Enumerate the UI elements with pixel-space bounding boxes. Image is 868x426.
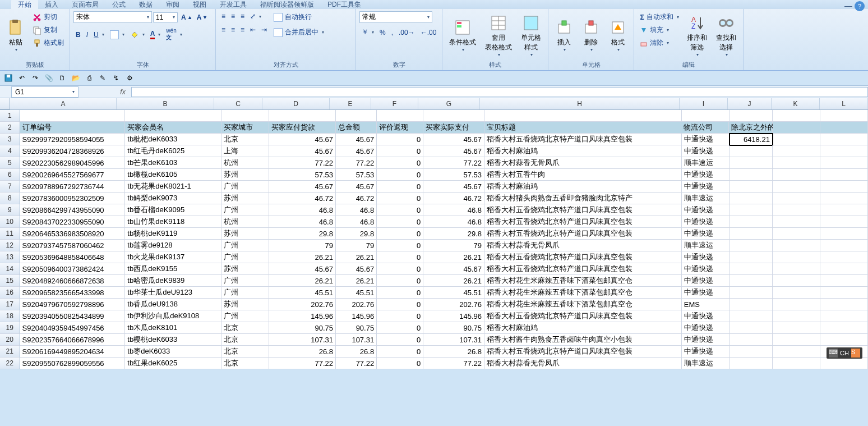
- cell[interactable]: [730, 334, 773, 346]
- cell[interactable]: 稻香大村五香烧鸡北京特产道口风味真空包装: [484, 204, 682, 216]
- cell[interactable]: 57.53: [269, 169, 336, 181]
- cell[interactable]: S9209658235665433998: [20, 287, 126, 299]
- cell[interactable]: [730, 169, 773, 181]
- cell[interactable]: [269, 110, 336, 122]
- cell[interactable]: [773, 299, 820, 310]
- ribbon-minimize-icon[interactable]: —: [844, 1, 852, 10]
- cell[interactable]: 上海: [221, 145, 269, 157]
- cell[interactable]: 0: [377, 251, 423, 263]
- cell[interactable]: [773, 193, 820, 204]
- row-header-4[interactable]: 4: [0, 145, 20, 157]
- cell[interactable]: 45.51: [269, 287, 336, 299]
- cell[interactable]: 26.8: [269, 346, 336, 358]
- cell[interactable]: 0: [377, 228, 423, 240]
- cell[interactable]: 稻香大村酱牛肉熟食五香卤味牛肉真空小包装: [484, 334, 682, 346]
- cell[interactable]: 买家城市: [221, 122, 269, 134]
- cell[interactable]: 北京: [221, 346, 269, 358]
- cell[interactable]: 中通快递: [682, 145, 730, 157]
- cell[interactable]: 中通快递: [682, 228, 730, 240]
- cell[interactable]: S9209550762899059556: [20, 358, 126, 369]
- cell[interactable]: 稻香大村五香烧鸡北京特产道口风味真空包装: [484, 251, 682, 263]
- qat-btn-1[interactable]: ⎙: [84, 73, 94, 83]
- row-header-21[interactable]: 21: [0, 346, 20, 358]
- cell[interactable]: 46.8: [423, 204, 484, 216]
- cell[interactable]: 广州: [221, 310, 269, 322]
- row-header-9[interactable]: 9: [0, 204, 20, 216]
- cell[interactable]: 评价返现: [377, 122, 423, 134]
- cell[interactable]: S9206465336983508920: [20, 228, 126, 240]
- cell[interactable]: 26.21: [423, 275, 484, 287]
- cell[interactable]: 77.22: [269, 358, 336, 369]
- cell[interactable]: S9204892460666872638: [20, 275, 126, 287]
- row-header-11[interactable]: 11: [0, 228, 20, 240]
- cell[interactable]: [820, 169, 868, 181]
- name-box[interactable]: G1▾: [11, 86, 79, 98]
- cell[interactable]: [820, 157, 868, 169]
- cell[interactable]: 57.53: [423, 169, 484, 181]
- cell[interactable]: tb红毛丹deK6025: [125, 145, 221, 157]
- cell[interactable]: 广州: [221, 275, 269, 287]
- cell[interactable]: 90.75: [336, 322, 377, 334]
- cell[interactable]: S9205096400373862424: [20, 263, 126, 275]
- cell[interactable]: S9206169449895204634: [20, 346, 126, 358]
- cell[interactable]: 稻香大村蒜香无骨凤爪: [484, 157, 682, 169]
- new-button[interactable]: 🗋: [57, 73, 67, 83]
- cell[interactable]: 77.22: [269, 157, 336, 169]
- align-middle-button[interactable]: ≡: [229, 11, 237, 21]
- cell[interactable]: tb芒果deK6103: [125, 157, 221, 169]
- cell[interactable]: 29.8: [269, 228, 336, 240]
- row-header-16[interactable]: 16: [0, 287, 20, 299]
- cell[interactable]: 45.67: [336, 181, 377, 193]
- cell[interactable]: 除北京之外的地区销售额: [729, 122, 773, 134]
- cell[interactable]: 79: [269, 240, 336, 251]
- cell[interactable]: tb华莱士瓜deU9123: [125, 287, 221, 299]
- cell[interactable]: 45.67: [269, 145, 336, 157]
- cell[interactable]: [377, 110, 423, 122]
- cell[interactable]: S9203940550825434899: [20, 310, 126, 322]
- phonetic-button[interactable]: wén文▾: [164, 26, 184, 43]
- cell[interactable]: [773, 169, 820, 181]
- cell[interactable]: 0: [377, 275, 423, 287]
- font-shrink-button[interactable]: A▾: [195, 12, 209, 22]
- cell[interactable]: 稻香大村五香烧鸡北京特产道口风味真空包装: [484, 263, 682, 275]
- cell[interactable]: tb木瓜deK8101: [125, 322, 221, 334]
- cell[interactable]: [773, 322, 820, 334]
- cell[interactable]: 45.51: [336, 287, 377, 299]
- cell[interactable]: tb伊利沙白瓜deK9108: [125, 310, 221, 322]
- cell[interactable]: 稻香大村五香烧鸡北京特产道口风味真空包装: [484, 216, 682, 228]
- cell[interactable]: [730, 228, 773, 240]
- save-button[interactable]: [3, 73, 13, 83]
- help-icon[interactable]: ?: [855, 1, 865, 11]
- cell[interactable]: [730, 145, 773, 157]
- cell[interactable]: S9200269645527569677: [20, 169, 126, 181]
- cell[interactable]: 46.8: [269, 204, 336, 216]
- attach-button[interactable]: 📎: [44, 73, 54, 83]
- formula-input[interactable]: [131, 87, 868, 97]
- cell[interactable]: [730, 322, 773, 334]
- cell[interactable]: [730, 299, 773, 310]
- italic-button[interactable]: I: [84, 30, 90, 40]
- cell[interactable]: 中通快递: [682, 134, 730, 145]
- cell[interactable]: 145.96: [336, 310, 377, 322]
- cell[interactable]: 中通快递: [682, 322, 730, 334]
- cell[interactable]: [773, 228, 820, 240]
- cell[interactable]: tb杨桃deK9119: [125, 228, 221, 240]
- cell[interactable]: 26.8: [336, 346, 377, 358]
- cell[interactable]: 46.72: [336, 193, 377, 204]
- row-header-3[interactable]: 3: [0, 134, 20, 145]
- cell[interactable]: 苏州: [221, 193, 269, 204]
- cell[interactable]: 顺丰速运: [682, 157, 730, 169]
- cell[interactable]: S9299972920958594055: [20, 134, 126, 145]
- cell[interactable]: 202.76: [423, 299, 484, 310]
- cell[interactable]: [773, 157, 820, 169]
- cell[interactable]: 0: [377, 346, 423, 358]
- cell-styles-button[interactable]: 单元格 样式▾: [518, 11, 544, 59]
- cell[interactable]: [730, 181, 773, 193]
- cell[interactable]: [820, 240, 868, 251]
- cell[interactable]: 145.96: [269, 310, 336, 322]
- cell[interactable]: 77.22: [336, 157, 377, 169]
- cell[interactable]: 45.67: [336, 134, 377, 145]
- cell[interactable]: [773, 110, 820, 122]
- cell[interactable]: [730, 358, 773, 369]
- redo-button[interactable]: ↷: [30, 73, 40, 83]
